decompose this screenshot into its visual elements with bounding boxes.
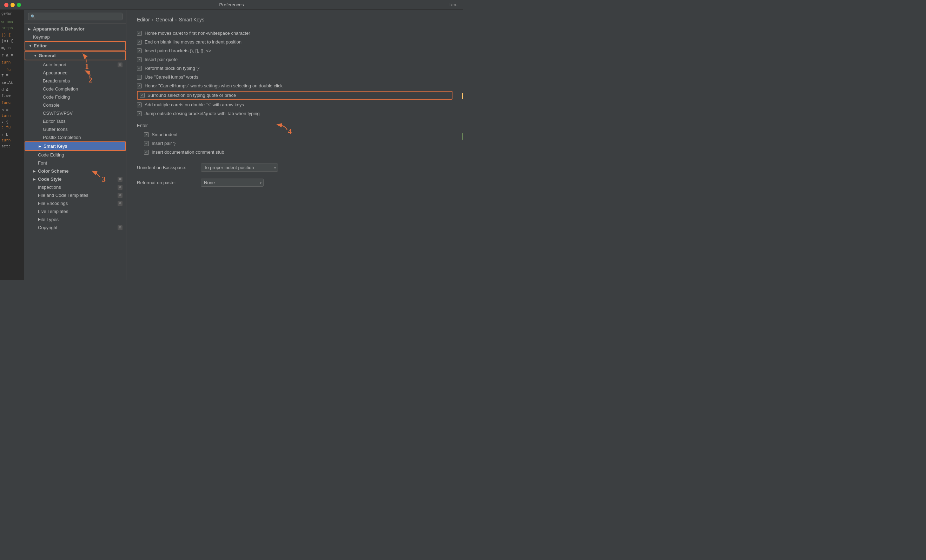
label-reformat-block: Reformat block on typing '}' (145, 66, 200, 71)
dropdown-reformat-paste[interactable]: None Reformat Block Reformat Changed Lin… (201, 179, 263, 187)
breadcrumb-sep-1: › (152, 17, 154, 23)
sidebar-item-gutter-icons[interactable]: Gutter Icons (24, 125, 126, 133)
enter-section: Enter Smart indent Insert pair '}' (137, 123, 452, 157)
dropdown-unindent[interactable]: To proper indent position Simple None (201, 163, 278, 172)
dropdown-wrap-unindent: To proper indent position Simple None ▾ (201, 163, 278, 172)
sidebar-item-smart-keys[interactable]: ▶ Smart Keys (24, 141, 126, 151)
sidebar-label-code-folding: Code Folding (43, 94, 70, 100)
checkbox-reformat-block[interactable] (137, 66, 142, 71)
label-add-multiple-carets: Add multiple carets on double ⌥ with arr… (145, 102, 244, 107)
breadcrumb-smart-keys: Smart Keys (179, 17, 204, 23)
preferences-dialog: 🔍 ▶ Appearance & Behavior (24, 10, 463, 280)
option-insert-pair-quote: Insert pair quote (137, 55, 452, 64)
checkbox-insert-pair-quote[interactable] (137, 57, 142, 62)
sidebar-label-editor-tabs: Editor Tabs (43, 119, 66, 124)
tree-arrow-editor: ▼ (29, 44, 32, 48)
option-jump-outside: Jump outside closing bracket/quote with … (137, 109, 452, 118)
sidebar-item-font[interactable]: Font (24, 159, 126, 167)
option-insert-paired-brackets: Insert paired brackets (), [], {}, <> (137, 46, 452, 55)
window-title: Preferences (219, 2, 244, 8)
option-insert-pair-brace: Insert pair '}' (144, 139, 452, 148)
sidebar-label-code-editing: Code Editing (38, 152, 64, 157)
checkbox-honor-camelhumps[interactable] (137, 83, 142, 88)
sidebar-item-editor[interactable]: ▼ Editor (24, 41, 126, 51)
dropdown-wrap-reformat: None Reformat Block Reformat Changed Lin… (201, 179, 263, 187)
sidebar-item-code-style[interactable]: ▶ Code Style ⧉ (24, 175, 126, 183)
option-smart-indent: Smart indent (144, 130, 452, 139)
tree-arrow-appearance-behavior: ▶ (28, 27, 32, 31)
sidebar-item-appearance-behavior[interactable]: ▶ Appearance & Behavior (24, 25, 126, 33)
sidebar-label-breadcrumbs: Breadcrumbs (43, 78, 70, 83)
sidebar-item-breadcrumbs[interactable]: Breadcrumbs (24, 77, 126, 85)
breadcrumb: Editor › General › Smart Keys (137, 17, 452, 23)
sidebar-item-general[interactable]: ▼ General (24, 51, 126, 60)
option-home-moves-caret: Home moves caret to first non-whitespace… (137, 29, 452, 38)
label-insert-pair-quote: Insert pair quote (145, 57, 178, 62)
checkbox-end-blank-line[interactable] (137, 40, 142, 45)
label-surround-selection: Surround selection on typing quote or br… (147, 93, 236, 98)
label-end-blank-line: End on blank line moves caret to indent … (145, 39, 242, 45)
sidebar-item-code-editing[interactable]: Code Editing (24, 151, 126, 159)
sidebar-item-auto-import[interactable]: Auto Import ⧉ (24, 61, 126, 69)
sidebar-label-color-scheme: Color Scheme (38, 168, 68, 174)
label-unindent: Unindent on Backspace: (137, 165, 197, 170)
sidebar-label-file-types: File Types (38, 217, 59, 222)
maximize-button[interactable] (17, 3, 21, 7)
checkbox-insert-doc-comment[interactable] (144, 150, 149, 155)
badge-code-style: ⧉ (118, 177, 123, 182)
enter-label: Enter (137, 123, 452, 128)
sidebar-item-file-types[interactable]: File Types (24, 216, 126, 223)
breadcrumb-sep-2: › (175, 17, 177, 23)
sidebar-label-auto-import: Auto Import (43, 62, 67, 67)
badge-inspections: ⧉ (118, 185, 123, 190)
sidebar-item-code-folding[interactable]: Code Folding (24, 93, 126, 101)
sidebar-label-appearance: Appearance (43, 70, 67, 75)
sidebar-item-csv-tsv-psv[interactable]: CSV/TSV/PSV (24, 109, 126, 117)
search-input[interactable] (37, 14, 120, 19)
sidebar-label-smart-keys: Smart Keys (44, 143, 67, 149)
minimize-button[interactable] (11, 3, 15, 7)
sidebar-item-inspections[interactable]: Inspections ⧉ (24, 183, 126, 191)
sidebar-label-csv-tsv-psv: CSV/TSV/PSV (43, 110, 73, 116)
sidebar-item-editor-tabs[interactable]: Editor Tabs (24, 117, 126, 125)
checkbox-home-moves-caret[interactable] (137, 31, 142, 36)
sidebar-label-keymap: Keymap (33, 35, 50, 40)
label-reformat-paste: Reformat on paste: (137, 180, 197, 185)
sidebar-item-file-code-templates[interactable]: File and Code Templates ⧉ (24, 191, 126, 199)
sidebar-item-live-templates[interactable]: Live Templates (24, 207, 126, 216)
sidebar-item-copyright[interactable]: Copyright ⧉ (24, 223, 126, 232)
checkbox-insert-pair-brace[interactable] (144, 141, 149, 146)
sidebar-item-postfix-completion[interactable]: Postfix Completion (24, 133, 126, 141)
titlebar: Preferences lxm... (0, 0, 463, 10)
label-home-moves-caret: Home moves caret to first non-whitespace… (145, 30, 250, 36)
checkbox-add-multiple-carets[interactable] (137, 103, 142, 107)
sidebar-item-file-encodings[interactable]: File Encodings ⧉ (24, 199, 126, 207)
sidebar-item-code-completion[interactable]: Code Completion (24, 85, 126, 93)
label-use-camelhumps: Use "CamelHumps" words (145, 74, 198, 80)
label-smart-indent: Smart indent (152, 132, 178, 137)
option-insert-doc-comment: Insert documentation comment stub (144, 148, 452, 157)
sidebar-label-code-completion: Code Completion (43, 86, 78, 92)
sidebar: 🔍 ▶ Appearance & Behavior (24, 10, 126, 280)
checkbox-use-camelhumps[interactable] (137, 75, 142, 80)
search-wrap[interactable]: 🔍 (28, 13, 123, 20)
sidebar-item-keymap[interactable]: Keymap (24, 33, 126, 41)
sidebar-label-code-style: Code Style (38, 177, 61, 182)
sidebar-item-console[interactable]: Console (24, 101, 126, 109)
sidebar-item-color-scheme[interactable]: ▶ Color Scheme (24, 167, 126, 175)
option-end-blank-line: End on blank line moves caret to indent … (137, 38, 452, 46)
tree-arrow-general: ▼ (34, 54, 37, 57)
checkbox-jump-outside[interactable] (137, 111, 142, 116)
sidebar-label-postfix-completion: Postfix Completion (43, 135, 81, 140)
breadcrumb-editor: Editor (137, 17, 150, 23)
close-button[interactable] (4, 3, 8, 7)
sidebar-item-appearance[interactable]: Appearance (24, 69, 126, 77)
code-panel: geNar w Ima https () { (c) { m, n r a = … (0, 10, 24, 280)
checkbox-insert-paired-brackets[interactable] (137, 48, 142, 53)
sidebar-label-console: Console (43, 103, 60, 108)
checkbox-surround-selection[interactable] (140, 93, 145, 98)
checkbox-smart-indent[interactable] (144, 132, 149, 137)
option-reformat-block: Reformat block on typing '}' (137, 64, 452, 72)
sidebar-label-general: General (39, 53, 56, 58)
sidebar-label-file-encodings: File Encodings (38, 201, 68, 206)
